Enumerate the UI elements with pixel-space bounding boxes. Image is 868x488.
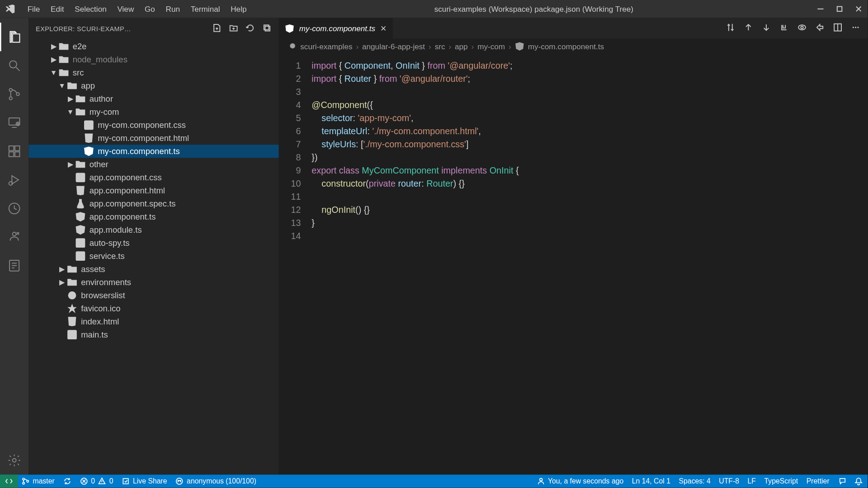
breadcrumb-item[interactable]: app [455,42,468,51]
more-actions-icon[interactable] [851,22,860,34]
remote-explorer-icon[interactable] [0,108,28,137]
tree-item-app-component-ts[interactable]: Aapp.component.ts [28,210,279,223]
problems[interactable]: 0 0 [80,477,113,485]
tree-item-app-component-spec-ts[interactable]: app.component.spec.ts [28,197,279,210]
explorer-sidebar: EXPLORER: SCURI-EXAMP… ▶e2e▶node_modules… [28,18,279,475]
tree-item-index-html[interactable]: 5index.html [28,315,279,328]
tree-item-my-com-component-css[interactable]: #my-com.component.css [28,118,279,131]
menu-view[interactable]: View [113,2,139,16]
html-icon: 5 [67,316,78,327]
code-editor[interactable]: 1234567891011121314 import { Component, … [279,54,868,475]
revert-icon[interactable] [815,22,825,34]
svg-point-8 [16,93,19,96]
git-branch[interactable]: master [21,477,54,485]
css-icon: # [84,120,94,131]
tree-item-browserslist[interactable]: browserslist [28,289,279,302]
breadcrumb-item[interactable]: angular-6-app-jest [362,42,425,51]
svg-rect-16 [15,152,20,157]
breadcrumb-item[interactable]: my-com [477,42,505,51]
tree-item-main-ts[interactable]: TSmain.ts [28,328,279,341]
breadcrumb-item[interactable]: my-com.component.ts [528,42,604,51]
source-control-icon[interactable] [0,80,28,108]
svg-point-59 [798,25,806,30]
git-blame[interactable]: You, a few seconds ago [537,477,623,485]
close-icon[interactable] [854,5,863,13]
svg-point-21 [13,232,16,236]
folder-icon [75,94,86,104]
code-content[interactable]: import { Component, OnInit } from '@angu… [311,59,868,474]
tree-item-app-component-html[interactable]: 5app.component.html [28,184,279,197]
arrow-up-icon[interactable] [744,22,753,34]
svg-rect-31 [264,25,269,30]
run-debug-icon[interactable] [0,165,28,194]
svg-point-78 [176,478,183,484]
feedback-icon[interactable] [838,477,846,485]
svg-rect-15 [9,152,14,157]
angular-icon: A [75,225,86,235]
tree-item-assets[interactable]: ▶assets [28,263,279,276]
tree-item-my-com-component-ts[interactable]: Amy-com.component.ts [28,145,279,158]
breadcrumb-item[interactable]: scuri-examples [300,42,352,51]
tab-close-icon[interactable]: ✕ [380,24,387,33]
minimize-icon[interactable] [816,5,825,13]
encoding[interactable]: UTF-8 [719,477,739,485]
timeline-icon[interactable] [0,194,28,223]
tab-my-com-component[interactable]: my-com.component.ts ✕ [279,18,393,39]
whitespace-icon[interactable] [779,22,789,34]
prettier-status[interactable]: Prettier [807,477,830,485]
menu-run[interactable]: Run [161,2,185,16]
menu-file[interactable]: File [23,2,45,16]
tree-item-service-ts[interactable]: TSservice.ts [28,249,279,263]
refresh-icon[interactable] [245,23,255,34]
arrow-down-icon[interactable] [761,22,771,34]
anonymous-status[interactable]: anonymous (100/100) [175,477,256,485]
tree-item-favicon-ico[interactable]: favicon.ico [28,302,279,315]
sync-icon[interactable] [63,477,71,485]
explorer-icon[interactable] [0,23,28,51]
tree-item-other[interactable]: ▶other [28,158,279,171]
indentation[interactable]: Spaces: 4 [679,477,710,485]
preview-icon[interactable] [797,22,807,34]
new-folder-icon[interactable] [229,23,238,34]
compare-changes-icon[interactable] [726,22,735,34]
search-icon[interactable] [0,51,28,80]
language-mode[interactable]: TypeScript [764,477,798,485]
tree-item-e2e[interactable]: ▶e2e [28,40,279,53]
breadcrumb-item[interactable]: src [435,42,445,51]
menu-help[interactable]: Help [226,2,251,16]
tree-item-author[interactable]: ▶author [28,92,279,105]
breadcrumb[interactable]: scuri-examples›angular-6-app-jest›src›ap… [279,39,868,54]
menu-terminal[interactable]: Terminal [186,2,225,16]
tree-item-my-com[interactable]: ▼my-com [28,105,279,118]
svg-point-67 [290,43,295,48]
outline-icon[interactable] [0,251,28,280]
menu-go[interactable]: Go [140,2,160,16]
svg-text:A: A [79,227,82,233]
tree-item-app-module-ts[interactable]: Aapp.module.ts [28,223,279,236]
cursor-position[interactable]: Ln 14, Col 1 [632,477,670,485]
angular-icon: A [84,146,94,157]
liveshare-status[interactable]: Live Share [122,477,167,485]
tree-item-environments[interactable]: ▶environments [28,276,279,289]
tree-item-app-component-css[interactable]: #app.component.css [28,171,279,184]
tree-item-auto-spy-ts[interactable]: TSauto-spy.ts [28,236,279,249]
html-icon: 5 [84,133,94,144]
notifications-icon[interactable] [854,477,863,485]
tree-item-src[interactable]: ▼src [28,66,279,79]
tree-item-my-com-component-html[interactable]: 5my-com.component.html [28,131,279,145]
maximize-icon[interactable] [835,5,844,13]
eol[interactable]: LF [748,477,756,485]
liveshare-icon[interactable] [0,223,28,251]
extensions-icon[interactable] [0,137,28,165]
window-title: scuri-examples (Workspace) package.json … [251,5,816,14]
collapse-all-icon[interactable] [262,23,272,34]
remote-indicator[interactable] [0,474,18,488]
tree-item-app[interactable]: ▼app [28,79,279,92]
settings-gear-icon[interactable] [0,446,28,474]
tree-item-node_modules[interactable]: ▶node_modules [28,53,279,66]
menu-selection[interactable]: Selection [70,2,112,16]
new-file-icon[interactable] [212,23,222,34]
menu-edit[interactable]: Edit [46,2,69,16]
split-editor-icon[interactable] [833,22,843,34]
svg-point-26 [13,459,16,462]
